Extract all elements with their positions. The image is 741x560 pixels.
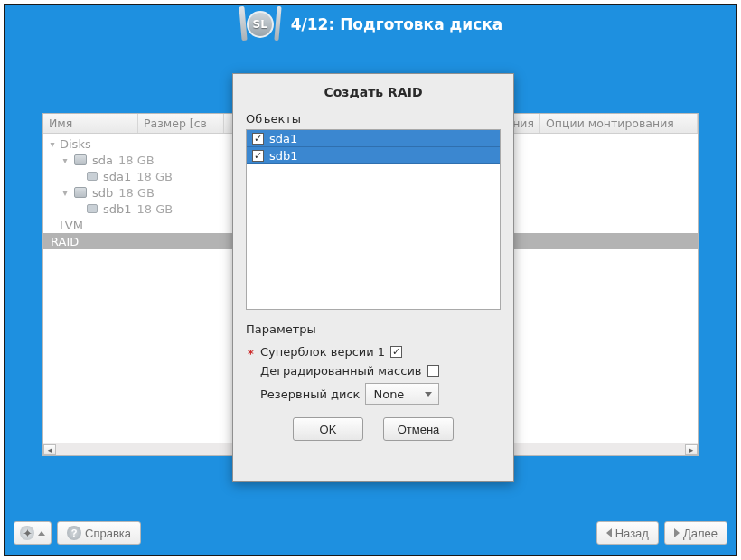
scroll-right-button[interactable]: ▸ <box>685 444 698 455</box>
wizard-header: SL 4/12: Подготовка диска <box>5 5 736 44</box>
page-title: 4/12: Подготовка диска <box>291 15 503 33</box>
required-marker: * <box>248 347 254 360</box>
spare-label: Резервный диск <box>260 387 360 401</box>
spare-select[interactable]: None <box>365 383 439 405</box>
help-icon: ? <box>67 526 81 540</box>
dialog-actions: OK Отмена <box>246 405 501 441</box>
next-button[interactable]: Далее <box>664 521 727 545</box>
chevron-left-icon <box>606 528 612 537</box>
params-section-label: Параметры <box>246 319 501 340</box>
partition-icon <box>87 204 98 213</box>
object-checkbox[interactable]: ✓ <box>252 150 264 162</box>
back-button[interactable]: Назад <box>596 521 659 545</box>
create-raid-dialog: Создать RAID Объекты ✓ sda1 ✓ sdb1 Парам… <box>232 73 514 482</box>
disk-icon <box>74 154 87 165</box>
param-degraded: Деградированный массив <box>246 364 501 378</box>
gear-icon: ✦ <box>20 526 34 540</box>
scroll-left-button[interactable]: ◂ <box>43 444 56 455</box>
col-mount-options[interactable]: Опции монтирования <box>540 114 698 133</box>
disk-icon <box>74 187 87 198</box>
spare-value: None <box>373 387 404 401</box>
distro-logo: SL <box>239 6 282 42</box>
object-item[interactable]: ✓ sda1 <box>247 130 500 147</box>
object-item[interactable]: ✓ sdb1 <box>247 147 500 164</box>
chevron-right-icon <box>674 528 680 537</box>
chevron-down-icon <box>425 392 432 397</box>
chevron-up-icon <box>38 531 45 536</box>
object-name: sda1 <box>269 132 297 145</box>
superblock-label: Суперблок версии 1 <box>260 345 385 359</box>
degraded-checkbox[interactable] <box>427 365 439 377</box>
param-superblock: * Суперблок версии 1 ✓ <box>246 345 501 359</box>
dialog-title: Создать RAID <box>246 85 501 108</box>
degraded-label: Деградированный массив <box>260 364 422 378</box>
superblock-checkbox[interactable]: ✓ <box>390 346 402 358</box>
help-button[interactable]: ? Справка <box>57 521 141 545</box>
cancel-button[interactable]: Отмена <box>383 417 454 441</box>
installer-window: SL 4/12: Подготовка диска Имя Размер [св… <box>4 4 737 556</box>
sl-badge-text: SL <box>247 11 274 38</box>
partition-icon <box>87 172 98 181</box>
actions-menu-button[interactable]: ✦ <box>14 521 52 545</box>
col-size[interactable]: Размер [св <box>138 114 224 133</box>
params-group: * Суперблок версии 1 ✓ Деградированный м… <box>246 340 501 405</box>
objects-section-label: Объекты <box>246 108 501 129</box>
param-spare: Резервный диск None <box>246 383 501 405</box>
object-name: sdb1 <box>269 149 298 163</box>
object-checkbox[interactable]: ✓ <box>252 133 264 145</box>
ok-button[interactable]: OK <box>293 417 363 441</box>
col-name[interactable]: Имя <box>43 114 138 133</box>
objects-listbox[interactable]: ✓ sda1 ✓ sdb1 <box>246 129 501 310</box>
wizard-footer: ✦ ? Справка Назад Далее <box>14 519 727 546</box>
